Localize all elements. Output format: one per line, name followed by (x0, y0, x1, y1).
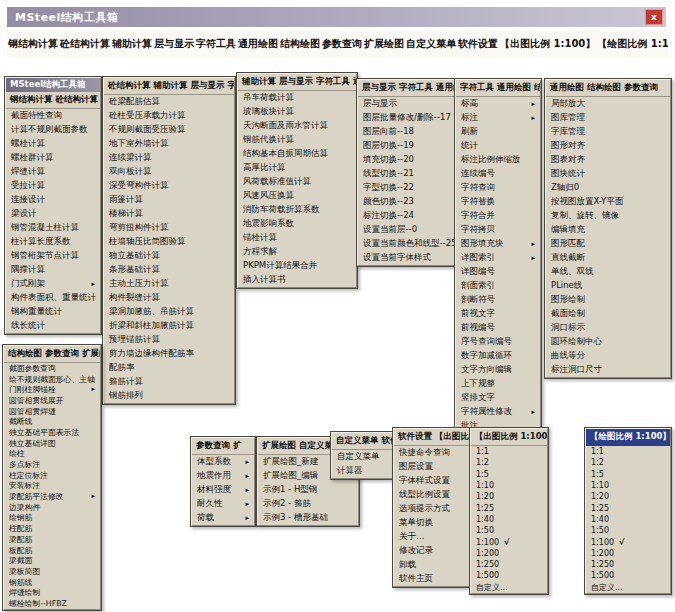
menubar-item-3[interactable]: 层与显示 (153, 35, 195, 53)
draw-scale-menu-item[interactable]: 1:20 (586, 491, 670, 502)
concrete-structure-menu-item[interactable]: 主动土压力计算 (104, 277, 234, 291)
general-drawing-menu-item[interactable]: 按视图放置X-Y平面 (546, 195, 670, 209)
menubar-item-5[interactable]: 通用绘图 (237, 35, 279, 53)
auxiliary-calc-menu-item[interactable]: 钢筋代换计算 (238, 133, 356, 147)
steel-structure-menu-item[interactable]: 隅撑计算 (6, 263, 100, 277)
structure-drawing-menu-item[interactable]: 门刚柱脚锚栓▸ (4, 384, 100, 395)
concrete-structure-menu-item[interactable]: 折梁和斜柱加腋筋计算 (104, 319, 234, 333)
plot-scale-menu-item[interactable]: 1:100√ (471, 536, 547, 547)
steel-structure-menu-item[interactable]: 梁设计 (6, 207, 100, 221)
text-tools-menu-item[interactable]: 字符属性修改▸ (456, 405, 540, 419)
general-drawing-menu-item[interactable]: 图块统计 (546, 167, 670, 181)
steel-structure-menu-item[interactable]: 钢管混凝土柱计算 (6, 221, 100, 235)
structure-drawing-menu-item[interactable]: 边梁构件 (4, 502, 100, 513)
general-drawing-menu-item[interactable]: 图形对齐 (546, 139, 670, 153)
steel-structure-menu-item[interactable]: 柱计算长度系数 (6, 235, 100, 249)
extended-drawing-menu-item[interactable]: 示例3 - 槽形基础 (258, 511, 358, 525)
plot-scale-menu-item[interactable]: 1:250 (471, 559, 547, 570)
steel-structure-menu-item[interactable]: 焊缝计算 (6, 165, 100, 179)
structure-drawing-menu-item[interactable]: 截断线 (4, 416, 100, 427)
concrete-structure-menu-item[interactable]: 柱墙轴压比简图验算 (104, 235, 234, 249)
auxiliary-calc-menu-item[interactable]: PKPM计算结果合并 (238, 259, 356, 273)
auxiliary-calc-menu-item[interactable]: 消防车荷载折算系数 (238, 203, 356, 217)
structure-drawing-menu-item[interactable]: 圆管相贯线展开 (4, 395, 100, 406)
menubar-item-7[interactable]: 参数查询 (321, 35, 363, 53)
auxiliary-calc-menu-item[interactable]: 地震影响系数 (238, 217, 356, 231)
structure-drawing-menu-item[interactable]: 螺栓绘制--HFBZ (4, 598, 100, 609)
general-drawing-menu-item[interactable]: Z轴归0 (546, 181, 670, 195)
menubar-item-9[interactable]: 自定义菜单 (405, 35, 457, 53)
text-tools-menu-item[interactable]: 字符替换 (456, 195, 540, 209)
draw-scale-menu-item[interactable]: 1:200 (586, 548, 670, 559)
structure-drawing-menu-item[interactable]: 独立基础平面表示法 (4, 427, 100, 438)
concrete-structure-menu-item[interactable]: 砼柱受压承载力计算 (104, 109, 234, 123)
structure-drawing-menu-item[interactable]: 独立基础详图 (4, 438, 100, 449)
text-tools-menu-item[interactable]: 统计 (456, 139, 540, 153)
text-tools-menu-item[interactable]: 数字加减循环 (456, 349, 540, 363)
draw-scale-menu-item[interactable]: 1:25 (586, 502, 670, 513)
steel-structure-menu-item[interactable]: 受拉计算 (6, 179, 100, 193)
menubar-item-8[interactable]: 扩展绘图 (363, 35, 405, 53)
plot-scale-menu-item[interactable]: 1:50 (471, 525, 547, 536)
plot-scale-menu-item[interactable]: 1:20 (471, 491, 547, 502)
steel-structure-menu-item[interactable]: 螺栓计算 (6, 137, 100, 151)
general-drawing-menu-item[interactable]: 图形匹配 (546, 237, 670, 251)
text-tools-menu-item[interactable]: 竖排文字 (456, 391, 540, 405)
plot-scale-menu-item[interactable]: 1:200 (471, 548, 547, 559)
concrete-structure-menu-item[interactable]: 预埋锚筋计算 (104, 333, 234, 347)
parameter-query-menu-item[interactable]: 材料强度▸ (192, 483, 254, 497)
structure-drawing-menu-item[interactable]: 梁配筋平法修改▸ (4, 491, 100, 502)
window-titlebar[interactable]: MSteel结构工具箱 x (7, 7, 666, 27)
steel-structure-menu-item[interactable]: 线长统计 (6, 319, 100, 333)
auxiliary-calc-menu-item[interactable]: 风速风压换算 (238, 189, 356, 203)
draw-scale-menu-item[interactable]: 1:500 (586, 570, 670, 581)
text-tools-menu-item[interactable]: 前视编号 (456, 321, 540, 335)
menubar-item-1[interactable]: 砼结构计算 (59, 35, 111, 53)
draw-scale-menu-item[interactable]: 1:100√ (586, 536, 670, 547)
menubar-item-0[interactable]: 钢结构计算 (7, 35, 59, 53)
menubar-item-2[interactable]: 辅助计算 (111, 35, 153, 53)
auxiliary-calc-menu-item[interactable]: 插入计算书 (238, 273, 356, 287)
structure-drawing-menu-item[interactable]: 梁配筋 (4, 534, 100, 545)
concrete-structure-menu-item[interactable]: 砼梁配筋估算 (104, 95, 234, 109)
text-tools-menu-item[interactable]: 序号查询编号 (456, 335, 540, 349)
menubar-item-12[interactable]: 【绘图比例 1:100】 (596, 35, 668, 53)
general-drawing-menu-item[interactable]: 图库管理 (546, 111, 670, 125)
concrete-structure-menu-item[interactable]: 不规则截面受压验算 (104, 123, 234, 137)
general-drawing-menu-item[interactable]: 局部放大 (546, 97, 670, 111)
draw-scale-menu-item[interactable]: 1:40 (586, 514, 670, 525)
auxiliary-calc-menu-item[interactable]: 风荷载标准值计算 (238, 175, 356, 189)
steel-structure-menu-item[interactable]: 钢管桁架节点计算 (6, 249, 100, 263)
parameter-query-menu-item[interactable]: 荷载▸ (192, 511, 254, 525)
structure-drawing-menu-item[interactable]: 多点标注 (4, 459, 100, 470)
structure-drawing-menu-item[interactable]: 绘钢筋 (4, 513, 100, 524)
menubar-item-6[interactable]: 结构绘图 (279, 35, 321, 53)
plot-scale-menu-item[interactable]: 1:5 (471, 469, 547, 480)
draw-scale-menu-item[interactable]: 1:1 (586, 446, 670, 457)
structure-drawing-menu-item[interactable]: 圆管相贯焊缝 (4, 406, 100, 417)
auxiliary-calc-menu-item[interactable]: 方程求解 (238, 245, 356, 259)
concrete-structure-menu-item[interactable]: 钢筋排列 (104, 389, 234, 403)
plot-scale-menu-item[interactable]: 1:1 (471, 446, 547, 457)
general-drawing-menu-item[interactable]: 图形绘制 (546, 293, 670, 307)
plot-scale-menu-item[interactable]: 1:2 (471, 457, 547, 468)
concrete-structure-menu-item[interactable]: 配筋率 (104, 361, 234, 375)
text-tools-menu-item[interactable]: 上下规整 (456, 377, 540, 391)
plot-scale-menu-item[interactable]: 1:40 (471, 514, 547, 525)
structure-drawing-menu-item[interactable]: 梁截面 (4, 555, 100, 566)
plot-scale-menu-item[interactable]: 1:500 (471, 570, 547, 581)
text-tools-menu-item[interactable]: 标注▸ (456, 111, 540, 125)
general-drawing-menu-item[interactable]: 洞口标示 (546, 321, 670, 335)
concrete-structure-menu-item[interactable]: 连续梁计算 (104, 151, 234, 165)
draw-scale-menu-item[interactable]: 1:5 (586, 469, 670, 480)
auxiliary-calc-menu-item[interactable]: 天沟断面及雨水管计算 (238, 119, 356, 133)
structure-drawing-menu-item[interactable]: 柱定位标注 (4, 470, 100, 481)
steel-structure-menu-item[interactable]: 构件表面积、重量统计 (6, 291, 100, 305)
text-tools-menu-item[interactable]: 文字方向编辑 (456, 363, 540, 377)
concrete-structure-menu-item[interactable]: 条形基础计算 (104, 263, 234, 277)
structure-drawing-menu-item[interactable]: 钢筋线 (4, 577, 100, 588)
plot-scale-menu-item[interactable]: 1:10 (471, 480, 547, 491)
general-drawing-menu-item[interactable]: 标注洞口尺寸 (546, 363, 670, 377)
structure-drawing-menu-item[interactable]: 绘柱 (4, 449, 100, 460)
text-tools-menu-item[interactable]: 连续编号 (456, 167, 540, 181)
